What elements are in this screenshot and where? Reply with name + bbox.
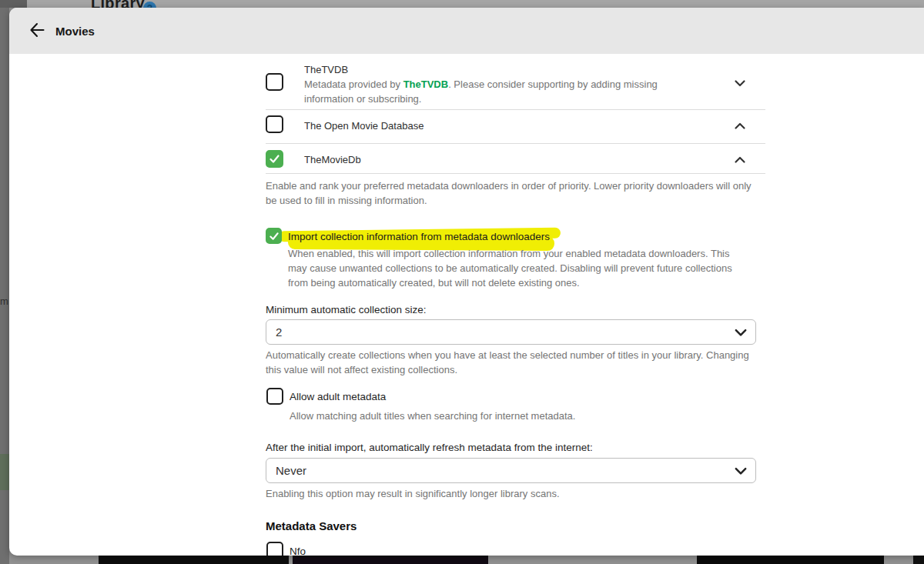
- chevron-down-icon[interactable]: [732, 75, 748, 91]
- auto-refresh-select[interactable]: Never: [266, 458, 756, 483]
- dimmed-poster: [697, 556, 884, 564]
- omdb-label: The Open Movie Database: [304, 120, 424, 132]
- background-page-title: Library: [91, 0, 145, 8]
- min-collection-size-help-text: Automatically create collections when yo…: [266, 348, 765, 377]
- min-collection-size-label: Minimum automatic collection size:: [266, 304, 427, 315]
- nfo-label: Nfo: [290, 546, 306, 556]
- min-collection-size-select[interactable]: 2: [266, 319, 756, 345]
- dimmed-poster: [99, 556, 289, 564]
- import-collections-label: Import collection information from metad…: [288, 231, 550, 242]
- nfo-checkbox[interactable]: [266, 542, 283, 556]
- auto-refresh-label: After the initial import, automatically …: [266, 442, 593, 453]
- dimmed-background-bottom: [9, 556, 924, 564]
- library-settings-dialog: Movies TheTVDB Metadata provided by TheT…: [9, 8, 924, 556]
- dimmed-poster: [913, 556, 924, 564]
- divider: [266, 143, 765, 144]
- screen: Library ? m Movies TheTVDB Metadata prov…: [0, 0, 924, 564]
- dialog-title: Movies: [55, 25, 95, 38]
- dimmed-poster: [293, 556, 488, 564]
- import-collections-help-text: When enabled, this will import collectio…: [288, 246, 746, 290]
- tvdb-desc-pre: Metadata provided by: [304, 78, 403, 90]
- dialog-header: Movies: [9, 8, 924, 54]
- tmdb-checkbox[interactable]: [266, 150, 283, 168]
- dimmed-background-left: m: [0, 8, 9, 564]
- select-value: Never: [266, 464, 306, 477]
- adult-metadata-checkbox[interactable]: [266, 388, 283, 405]
- import-collections-checkbox[interactable]: [266, 228, 282, 244]
- auto-refresh-help-text: Enabling this option may result in signi…: [266, 486, 765, 501]
- adult-metadata-help-text: Allow matching adult titles when searchi…: [290, 409, 752, 423]
- dimmed-sidebar-top: [0, 0, 27, 8]
- divider: [266, 109, 765, 110]
- help-icon: ?: [143, 2, 156, 8]
- chevron-up-icon[interactable]: [732, 152, 748, 168]
- check-icon: [269, 153, 280, 165]
- adult-metadata-label: Allow adult metadata: [290, 391, 386, 402]
- chevron-down-icon: [734, 325, 748, 342]
- select-value: 2: [266, 325, 282, 339]
- dimmed-save-button: [0, 454, 9, 490]
- omdb-checkbox[interactable]: [266, 115, 283, 133]
- dimmed-background-top: Library ?: [0, 0, 924, 8]
- chevron-down-icon: [734, 464, 748, 481]
- tvdb-description: Metadata provided by TheTVDB. Please con…: [304, 77, 689, 106]
- background-text-fragment: m: [0, 295, 8, 307]
- tvdb-link[interactable]: TheTVDB: [403, 78, 449, 90]
- tmdb-label: TheMovieDb: [304, 154, 361, 165]
- tvdb-label: TheTVDB: [304, 64, 348, 75]
- check-icon: [269, 231, 280, 242]
- chevron-up-icon[interactable]: [732, 118, 748, 134]
- back-button[interactable]: [26, 20, 48, 42]
- arrow-left-icon: [28, 22, 45, 41]
- metadata-savers-heading: Metadata Savers: [266, 519, 357, 532]
- tvdb-checkbox[interactable]: [266, 73, 283, 91]
- downloaders-help-text: Enable and rank your preferred metadata …: [266, 179, 762, 208]
- divider: [266, 173, 765, 174]
